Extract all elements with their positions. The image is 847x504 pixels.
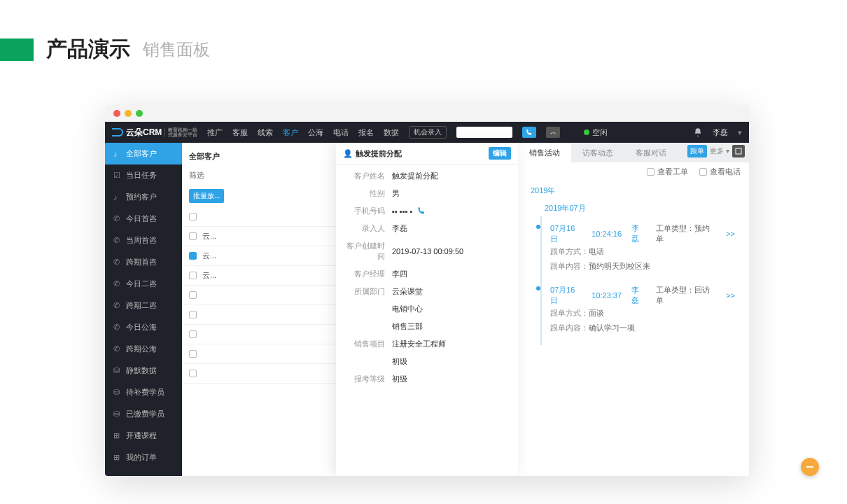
more-button[interactable]: 更多 ▾ (710, 146, 729, 156)
user-dropdown-icon[interactable]: ▾ (738, 128, 742, 137)
user-name[interactable]: 李磊 (713, 127, 728, 138)
detail-row: 录入人李磊 (343, 220, 511, 237)
sidebar-item[interactable]: ⊞开通课程 (105, 425, 182, 447)
table-row[interactable] (182, 286, 336, 305)
checkbox-icon (699, 168, 707, 176)
logo[interactable]: 云朵CRM 教育机构一站式服务云平台 (112, 127, 197, 139)
status-dot-icon (584, 130, 589, 135)
detail-row: 销售三部 (343, 318, 511, 335)
nav-item[interactable]: 公海 (308, 127, 323, 138)
sidebar-item-label: 跨期首咨 (126, 257, 157, 267)
sidebar-item-icon: ⊞ (113, 453, 122, 462)
sidebar-item[interactable]: ✆跨期公海 (105, 338, 182, 360)
card-date: 07月16日 (550, 285, 582, 306)
table-row[interactable] (182, 305, 336, 325)
detail-value: 2019-07-13 00:09:50 (392, 241, 511, 262)
sidebar-item-icon: ✆ (113, 236, 122, 245)
sidebar-item[interactable]: ♪预约客户 (105, 186, 182, 208)
card-person: 李磊 (631, 223, 646, 244)
logo-icon (112, 128, 123, 136)
nav-item[interactable]: 客服 (232, 127, 248, 138)
detail-title: 触发提前分配 (356, 148, 402, 159)
nav-item[interactable]: 电话 (333, 127, 349, 138)
table-row[interactable]: 云... (182, 246, 336, 266)
sidebar-item[interactable]: ☑当日任务 (105, 164, 182, 186)
table-row[interactable] (182, 344, 336, 364)
detail-key: 报考等级 (343, 374, 392, 384)
card-line: 跟单内容：预约明天到校区来 (550, 259, 735, 274)
sidebar-item-label: 今日二咨 (126, 279, 157, 289)
sidebar-item[interactable]: ⛁已缴费学员 (105, 403, 182, 425)
opportunity-button[interactable]: 机会录入 (409, 126, 447, 139)
sidebar-head[interactable]: ♪ 全部客户 (105, 143, 182, 164)
activity-filters: 查看工单 查看电话 (518, 162, 749, 181)
customer-list-panel: 全部客户 筛选 批量放... 云...云...云... (182, 143, 336, 476)
detail-value: 触发提前分配 (392, 171, 511, 181)
track-button[interactable]: 跟单 (687, 145, 707, 158)
sidebar-item-label: 待补费学员 (126, 387, 164, 398)
card-expand-button[interactable]: >> (726, 291, 735, 300)
batch-button[interactable]: 批量放... (189, 189, 224, 203)
card-expand-button[interactable]: >> (726, 230, 735, 238)
row-checkbox[interactable] (189, 232, 197, 240)
minimize-icon[interactable] (125, 110, 132, 117)
card-time: 10:23:37 (592, 291, 622, 300)
table-row[interactable] (182, 364, 336, 384)
expand-button[interactable] (732, 145, 745, 158)
sidebar-item[interactable]: ✆今日二咨 (105, 273, 182, 295)
sidebar-item[interactable]: ✆当周首咨 (105, 230, 182, 251)
fab-minus-button[interactable] (801, 458, 819, 476)
sidebar-item-label: 今日首咨 (126, 214, 157, 224)
detail-key: 所属部门 (343, 286, 392, 297)
activity-tab[interactable]: 客服对话 (624, 143, 678, 162)
detail-key (343, 304, 392, 314)
list-title: 全部客户 (182, 143, 336, 166)
row-checkbox[interactable] (189, 311, 197, 318)
timeline-dot-icon (536, 225, 540, 229)
nav-item[interactable]: 推广 (207, 127, 223, 138)
sidebar-item[interactable]: ⊞我的订单 (105, 447, 182, 468)
detail-value: 电销中心 (392, 304, 511, 314)
sidebar-item[interactable]: ✆今日公海 (105, 316, 182, 338)
sidebar-item[interactable]: ⛁静默数据 (105, 360, 182, 382)
nav-item[interactable]: 报名 (358, 127, 374, 138)
select-all-checkbox[interactable] (189, 213, 197, 220)
window-titlebar (105, 105, 749, 122)
filter-ticket[interactable]: 查看工单 (647, 167, 688, 177)
close-icon[interactable] (113, 110, 120, 117)
sidebar-item[interactable]: ✆跨期二咨 (105, 295, 182, 316)
sidebar-item[interactable]: ✆跨期首咨 (105, 251, 182, 273)
table-row[interactable]: 云... (182, 227, 336, 246)
activity-tab[interactable]: 访客动态 (571, 143, 624, 162)
table-row[interactable]: 云... (182, 266, 336, 286)
filter-call[interactable]: 查看电话 (699, 167, 741, 177)
status-indicator[interactable]: 空闲 (584, 127, 608, 138)
nav-item[interactable]: 数据 (384, 127, 399, 138)
edit-button[interactable]: 编辑 (489, 147, 511, 160)
table-row[interactable] (182, 325, 336, 344)
month-label: 2019年07月 (518, 200, 749, 216)
row-checkbox[interactable] (189, 291, 197, 299)
detail-row: 所属部门云朵课堂 (343, 283, 511, 300)
call-button[interactable] (522, 127, 536, 138)
row-checkbox[interactable] (189, 350, 197, 358)
logo-sub: 教育机构一站式服务云平台 (164, 127, 197, 137)
maximize-icon[interactable] (136, 110, 143, 117)
nav-item[interactable]: 线索 (258, 127, 273, 138)
row-checkbox[interactable] (189, 330, 197, 338)
hangup-button[interactable] (546, 127, 560, 138)
sidebar-item-icon: ✆ (113, 301, 122, 310)
sidebar-item[interactable]: ⛁待补费学员 (105, 382, 182, 403)
activity-tab[interactable]: 销售活动 (518, 143, 571, 162)
search-input[interactable] (456, 127, 512, 138)
detail-value: ▪▪ ▪▪▪ ▪ (392, 206, 511, 216)
sidebar-item[interactable]: ✆今日首咨 (105, 208, 182, 230)
row-checkbox[interactable] (189, 252, 197, 260)
row-checkbox[interactable] (189, 272, 197, 279)
list-filter-label[interactable]: 筛选 (182, 166, 336, 185)
nav-item[interactable]: 客户 (283, 127, 298, 138)
bell-icon[interactable] (693, 127, 703, 137)
phone-icon[interactable] (417, 206, 426, 216)
row-checkbox[interactable] (189, 370, 197, 377)
sidebar-item-icon: ♪ (113, 193, 122, 202)
